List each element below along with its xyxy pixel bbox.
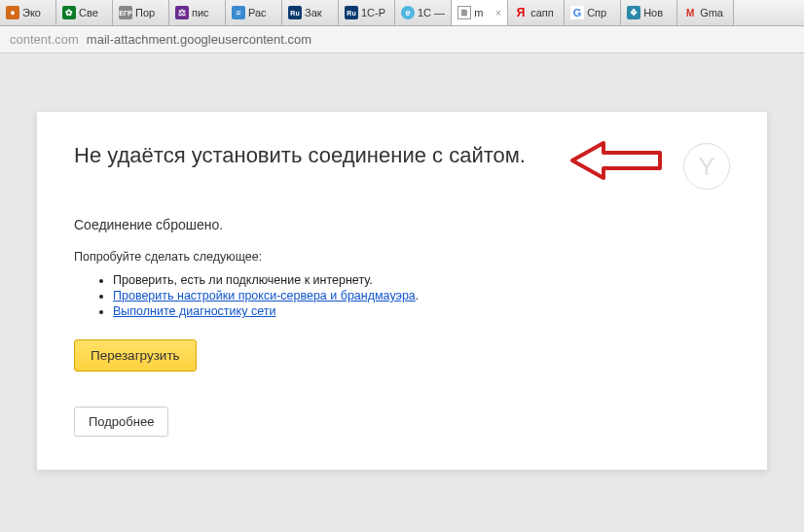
page-title: Не удаётся установить соединение с сайто…: [74, 143, 549, 168]
address-prefix: content.com: [10, 32, 79, 47]
tab-label: 1С-Р: [361, 7, 385, 18]
browser-tab[interactable]: GСпр: [565, 0, 621, 25]
network-diagnostics-link[interactable]: Выполните диагностику сети: [113, 304, 275, 318]
address-url: mail-attachment.googleusercontent.com: [87, 32, 311, 47]
suggestion-item: Проверить, есть ли подключение к интерне…: [113, 273, 730, 287]
error-subtitle: Соединение сброшено.: [74, 217, 730, 232]
suggestion-item: Проверить настройки прокси-сервера и бра…: [113, 289, 730, 302]
address-bar[interactable]: content.com mail-attachment.googleuserco…: [0, 26, 804, 53]
tab-label: сапп: [530, 7, 554, 18]
tab-bar: ●Эко✿СвеЕГРПор⚖пис≡РасRuЗакRu1С-Рe1С —🗎m…: [0, 0, 804, 26]
tab-label: m: [474, 7, 483, 18]
browser-tab[interactable]: e1С —: [395, 0, 452, 25]
browser-tab[interactable]: ✿Све: [56, 0, 113, 25]
tab-label: Нов: [643, 7, 663, 18]
tab-label: Эко: [22, 7, 41, 18]
favicon-icon: e: [401, 6, 415, 19]
favicon-icon: Ru: [288, 6, 302, 19]
favicon-icon: ≡: [232, 6, 245, 19]
browser-tab[interactable]: ●Эко: [0, 0, 56, 25]
browser-tab[interactable]: ЕГРПор: [113, 0, 169, 25]
browser-tab[interactable]: ≡Рас: [226, 0, 282, 25]
tab-label: 1С —: [418, 7, 445, 18]
browser-tab[interactable]: RuЗак: [282, 0, 339, 25]
favicon-icon: ●: [6, 6, 19, 19]
favicon-icon: M: [683, 6, 697, 19]
yandex-logo-icon: Y: [683, 143, 730, 190]
browser-tab[interactable]: 🗎m×: [452, 0, 508, 25]
browser-tab[interactable]: ⚖пис: [169, 0, 226, 25]
more-details-button[interactable]: Подробнее: [74, 407, 168, 437]
browser-tab[interactable]: MGma: [677, 0, 734, 25]
arrow-annotation-icon: [568, 139, 666, 186]
browser-tab[interactable]: Ru1С-Р: [339, 0, 395, 25]
tab-label: Зак: [305, 7, 322, 18]
suggestion-item: Выполните диагностику сети: [113, 304, 730, 318]
suggestions-list: Проверить, есть ли подключение к интерне…: [74, 273, 730, 318]
close-icon[interactable]: ×: [493, 7, 501, 18]
tab-label: Све: [79, 7, 98, 18]
favicon-icon: G: [570, 6, 584, 19]
favicon-icon: ❖: [627, 6, 640, 19]
favicon-icon: ✿: [62, 6, 76, 19]
favicon-icon: Я: [514, 6, 528, 19]
tab-label: Пор: [135, 7, 155, 18]
try-label: Попробуйте сделать следующее:: [74, 250, 730, 264]
tab-label: пис: [192, 7, 209, 18]
favicon-icon: 🗎: [457, 6, 471, 19]
reload-button[interactable]: Перезагрузить: [74, 339, 197, 372]
tab-label: Рас: [248, 7, 267, 18]
browser-tab[interactable]: Ясапп: [508, 0, 565, 25]
tab-label: Спр: [587, 7, 606, 18]
error-card: Не удаётся установить соединение с сайто…: [37, 112, 767, 470]
tab-label: Gma: [700, 7, 723, 18]
proxy-settings-link[interactable]: Проверить настройки прокси-сервера и бра…: [113, 289, 416, 302]
favicon-icon: ⚖: [175, 6, 189, 19]
favicon-icon: Ru: [345, 6, 358, 19]
favicon-icon: ЕГР: [119, 6, 132, 19]
browser-tab[interactable]: ❖Нов: [621, 0, 677, 25]
